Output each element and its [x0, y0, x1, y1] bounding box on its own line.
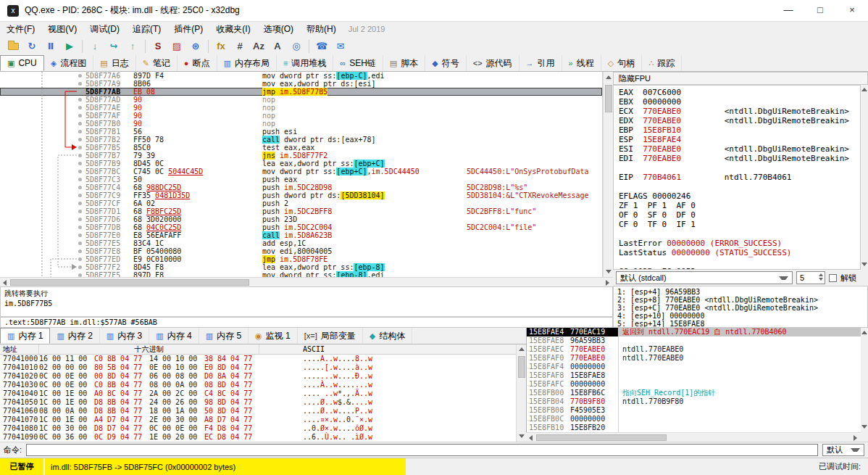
scroll-down-icon[interactable] [519, 434, 525, 438]
tab-handles[interactable]: ◇句柄 [601, 55, 642, 71]
breakpoint-dot[interactable] [78, 241, 82, 245]
breakpoint-gutter[interactable] [0, 207, 85, 215]
disasm-row[interactable]: 5D8F77A6897D F4mov dword ptr ss:[ebp-C],… [0, 72, 602, 80]
register-line[interactable]: ESP 15E8FAE4 [619, 135, 860, 144]
report-bug-button[interactable]: ☎ [313, 38, 330, 54]
settings-button[interactable]: ⊛ [187, 38, 204, 54]
register-line[interactable]: OF 0 SF 0 DF 0 [619, 210, 860, 220]
spinner-down-icon[interactable] [819, 278, 823, 281]
run-button[interactable]: ▶ [61, 38, 78, 54]
dump-row[interactable]: 770410401C 00 1E 00A0 8C 04 772A 00 2C 0… [0, 389, 516, 398]
dump-row[interactable]: 770410801C 00 30 00D8 D7 04 770C 00 0E 0… [0, 424, 516, 433]
breakpoint-dot[interactable] [78, 202, 82, 205]
command-profile-select[interactable]: 默认 [822, 444, 864, 456]
about-button[interactable]: ✉ [332, 38, 349, 54]
breakpoint-gutter[interactable] [0, 168, 85, 175]
dump-row[interactable]: 770410701C 00 1E 00A4 D7 04 772E 00 30 0… [0, 416, 516, 424]
register-line[interactable]: ECX 770EABE0 <ntdll.DbgUiRemoteBreakin> [619, 107, 860, 116]
stack-argument-line[interactable]: 2: [esp+8] 770EABE0 <ntdll.DbgUiRemoteBr… [617, 296, 864, 304]
breakpoint-dot[interactable] [78, 257, 82, 261]
patches-button[interactable]: ▨ [168, 38, 185, 54]
pause-button[interactable]: Ⅱ [42, 38, 59, 54]
scroll-right-icon[interactable] [606, 280, 609, 286]
register-line[interactable]: EDI 770EABE0 <ntdll.DbgUiRemoteBreakin> [619, 154, 860, 163]
disasm-row[interactable]: 5D8F77F5897D F8mov dword ptr ss:[ebp-8],… [0, 271, 602, 277]
tab-seh[interactable]: ∞SEH链 [333, 55, 383, 71]
dump-row[interactable]: 770410900C 00 36 000C D9 04 771E 00 20 0… [0, 433, 516, 442]
scroll-up-icon[interactable] [519, 347, 525, 351]
disasm-row[interactable]: 5D8F77D168 F8BFC25Dpush im.5DC2BFF85DC2B… [0, 207, 602, 215]
tab-dump-5[interactable]: ▥内存 5 [199, 328, 249, 344]
scroll-up-icon[interactable] [861, 331, 867, 334]
register-line[interactable] [619, 229, 860, 239]
breakpoint-gutter[interactable] [0, 247, 85, 255]
stack-row[interactable]: 15E8FB0015E8FB6C指向SEH_Record[1]的指针 [527, 389, 861, 397]
disasm-vscroll-thumb[interactable] [605, 85, 612, 112]
tab-watch-1[interactable]: ◉监视 1 [249, 328, 298, 344]
tab-graph[interactable]: ◈流程图 [44, 55, 93, 71]
tab-symbols[interactable]: ◆符号 [425, 55, 466, 71]
register-line[interactable] [619, 182, 860, 191]
maximize-button[interactable]: □ [804, 0, 836, 22]
disasm-row[interactable]: 5D8F77AE90nop [0, 104, 602, 112]
tab-script[interactable]: ▤脚本 [383, 55, 425, 71]
breakpoint-dot[interactable] [78, 265, 82, 269]
breakpoint-dot[interactable] [78, 130, 82, 133]
menu-file[interactable]: 文件(F) [0, 22, 41, 37]
breakpoint-gutter[interactable] [0, 215, 85, 223]
step-into-button[interactable]: ↓ [86, 38, 104, 54]
dump-vscrollbar[interactable] [516, 344, 526, 442]
step-over-button[interactable]: ↪ [105, 38, 122, 54]
tab-locals[interactable]: [x=]局部变量 [298, 328, 363, 344]
disasm-row[interactable]: 5D8F77C468 988DC25Dpush im.5DC28D985DC28… [0, 183, 602, 191]
scroll-down-icon[interactable] [606, 270, 612, 273]
disasm-hscroll-thumb[interactable] [10, 279, 249, 286]
disasm-row[interactable]: 5D8F77A98B06mov eax,dword ptr ds:[esi] [0, 80, 602, 88]
breakpoint-dot[interactable] [78, 106, 82, 110]
disasm-row[interactable]: 5D8F77B98D45 0Clea eax,dword ptr ss:[ebp… [0, 160, 602, 168]
tab-dump-1[interactable]: ▥内存 1 [0, 328, 50, 344]
stack-hscroll-thumb[interactable] [536, 434, 667, 441]
menu-trace[interactable]: 追踪(T) [126, 22, 167, 37]
menu-options[interactable]: 选项(O) [257, 22, 300, 37]
register-line[interactable]: EBP 15E8FB10 [619, 125, 860, 135]
breakpoint-gutter[interactable] [0, 112, 85, 120]
stack-row[interactable]: 15E8FB1015E8FB20 [527, 424, 861, 432]
stack-argument-line[interactable]: 5: [esp+14] 15E8FAE8 [617, 320, 864, 328]
breakpoint-dot[interactable] [78, 249, 82, 253]
breakpoint-gutter[interactable] [0, 96, 85, 104]
breakpoint-dot[interactable] [78, 162, 82, 165]
scylla-button[interactable]: S [149, 38, 167, 54]
breakpoint-dot[interactable] [78, 226, 82, 229]
stack-argument-line[interactable]: 4: [esp+10] 00000000 [617, 312, 864, 320]
register-line[interactable]: EAX 007C6000 [619, 88, 860, 97]
dump-row[interactable]: 770410200C 00 0E 0000 8D 04 7706 00 08 0… [0, 372, 516, 381]
spinner-up-icon[interactable] [819, 273, 823, 276]
register-line[interactable]: EBX 00000000 [619, 97, 860, 107]
dump-row[interactable]: 7704100016 00 11 00C0 8B 04 7714 00 10 0… [0, 355, 516, 363]
disasm-row[interactable]: 5D8F77BCC745 0C 5044C45Dmov dword ptr ss… [0, 168, 602, 175]
breakpoint-dot[interactable] [78, 218, 82, 221]
minimize-button[interactable]: — [772, 0, 804, 22]
breakpoint-gutter[interactable] [0, 120, 85, 128]
register-line[interactable] [619, 163, 860, 173]
dump-row[interactable]: 7704101002 00 00 0080 5B 04 770E 00 10 0… [0, 363, 516, 372]
tab-references[interactable]: →引用 [519, 55, 562, 71]
disasm-row[interactable]: 5D8F77B090nop [0, 120, 602, 128]
register-line[interactable]: LastStatus 00000000 (STATUS_SUCCESS) [619, 248, 860, 257]
tab-call-stack[interactable]: ≡调用堆栈 [277, 55, 333, 71]
breakpoint-gutter[interactable] [0, 255, 85, 263]
highlight-mode-button[interactable]: fx [212, 38, 230, 54]
argument-count-spinner[interactable]: 5 [796, 271, 825, 284]
breakpoint-dot[interactable] [78, 186, 82, 189]
register-line[interactable]: CF 0 TF 0 IF 1 [619, 220, 860, 229]
register-line[interactable]: EDX 770EABE0 <ntdll.DbgUiRemoteBreakin> [619, 116, 860, 125]
disasm-row[interactable]: 5D8F77F28D45 F8lea eax,dword ptr ss:[ebp… [0, 263, 602, 271]
dump-row[interactable]: 770410501C 00 1E 00D8 8B 04 7724 00 26 0… [0, 398, 516, 407]
scroll-up-icon[interactable] [606, 75, 612, 79]
disasm-row[interactable]: 5D8F77E0E8 56EAFAFFcall im.5D8A623B [0, 231, 602, 239]
disasm-row[interactable]: 5D8F77E8BF 05400080mov edi,80004005 [0, 247, 602, 255]
breakpoint-dot[interactable] [78, 178, 82, 181]
breakpoint-dot[interactable] [78, 146, 82, 149]
breakpoint-gutter[interactable] [0, 191, 85, 199]
